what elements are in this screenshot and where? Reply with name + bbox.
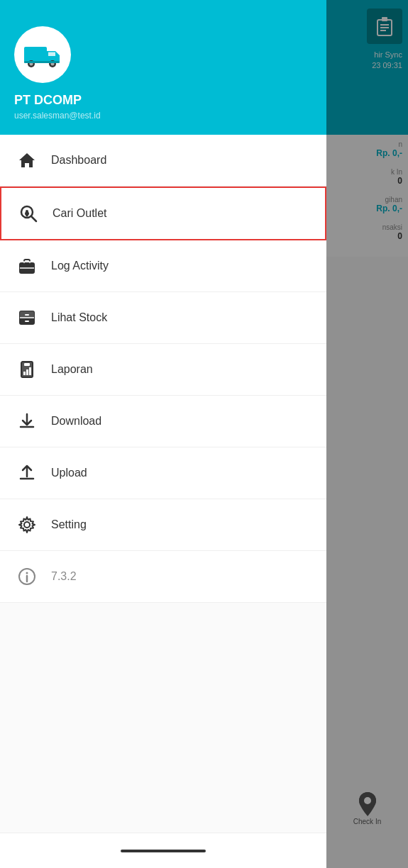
svg-rect-29 xyxy=(26,369,28,375)
company-logo xyxy=(14,26,71,83)
drawer-menu: Dashboard Cari Outlet xyxy=(0,135,326,833)
info-icon xyxy=(14,564,40,589)
briefcase-icon xyxy=(14,253,40,279)
search-outlet-icon xyxy=(16,201,41,226)
cari-outlet-label: Cari Outlet xyxy=(53,207,106,220)
navigation-drawer: PT DCOMP user.salesman@test.id Dashboard xyxy=(0,0,326,868)
upload-icon xyxy=(14,460,40,486)
menu-item-laporan[interactable]: Laporan xyxy=(0,344,326,396)
lihat-stock-label: Lihat Stock xyxy=(51,311,107,324)
log-activity-label: Log Activity xyxy=(51,260,109,272)
setting-label: Setting xyxy=(51,518,87,531)
svg-rect-30 xyxy=(29,367,31,375)
svg-rect-12 xyxy=(24,61,60,63)
user-email: user.salesman@test.id xyxy=(14,111,312,121)
svg-line-14 xyxy=(31,216,36,221)
svg-rect-7 xyxy=(24,47,47,62)
menu-item-log-activity[interactable]: Log Activity xyxy=(0,240,326,292)
download-icon xyxy=(14,408,40,434)
download-label: Download xyxy=(51,415,101,428)
bottom-bar xyxy=(0,833,326,868)
svg-rect-31 xyxy=(24,363,30,366)
menu-item-download[interactable]: Download xyxy=(0,396,326,447)
svg-point-34 xyxy=(26,572,28,574)
svg-rect-24 xyxy=(25,314,29,316)
upload-label: Upload xyxy=(51,467,87,479)
report-icon xyxy=(14,357,40,382)
gear-icon xyxy=(14,512,40,538)
menu-item-upload[interactable]: Upload xyxy=(0,447,326,499)
drawer-header: PT DCOMP user.salesman@test.id xyxy=(0,0,326,135)
laporan-label: Laporan xyxy=(51,363,93,376)
svg-point-32 xyxy=(24,522,30,528)
home-icon xyxy=(14,148,40,173)
menu-item-version: 7.3.2 xyxy=(0,551,326,603)
menu-item-dashboard[interactable]: Dashboard xyxy=(0,135,326,187)
menu-item-lihat-stock[interactable]: Lihat Stock xyxy=(0,292,326,344)
stock-icon xyxy=(14,305,40,330)
company-name: PT DCOMP xyxy=(14,93,312,108)
dashboard-label: Dashboard xyxy=(51,154,106,167)
svg-rect-25 xyxy=(25,321,29,322)
svg-rect-28 xyxy=(23,372,26,375)
version-label: 7.3.2 xyxy=(51,570,77,583)
menu-item-cari-outlet[interactable]: Cari Outlet xyxy=(0,187,326,240)
menu-item-setting[interactable]: Setting xyxy=(0,499,326,551)
home-indicator[interactable] xyxy=(121,850,206,852)
